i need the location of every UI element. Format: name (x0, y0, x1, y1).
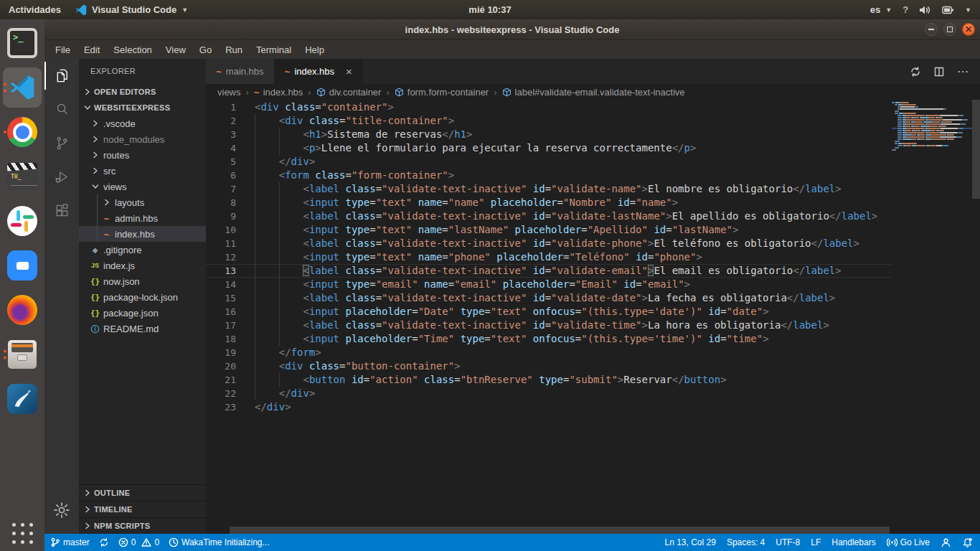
menu-selection[interactable]: Selection (107, 42, 158, 57)
open-editors-header[interactable]: OPEN EDITORS (79, 84, 206, 100)
code-line-2[interactable]: 2 <div class="title-container"> (206, 114, 892, 128)
dock-zoom-icon[interactable] (3, 245, 42, 286)
code-line-15[interactable]: 15 <label class="validate-text-inactive"… (206, 291, 892, 305)
menu-edit[interactable]: Edit (77, 42, 106, 57)
encoding-indicator[interactable]: UTF-8 (776, 537, 800, 547)
open-changes-icon[interactable] (910, 66, 921, 77)
code-line-9[interactable]: 9 <label class="validate-text-inactive" … (206, 209, 892, 223)
activities-button[interactable]: Actividades (9, 4, 61, 15)
dock-video-editor-icon[interactable]: TH_ (3, 156, 42, 197)
tree-item-admin-hbs[interactable]: ~admin.hbs (79, 210, 206, 226)
keyboard-layout-indicator[interactable]: es ▼ (870, 4, 892, 15)
menu-run[interactable]: Run (219, 42, 249, 57)
code-line-11[interactable]: 11 <label class="validate-text-inactive"… (206, 237, 892, 250)
activitybar-search[interactable] (44, 93, 79, 126)
activitybar-run-debug[interactable] (44, 160, 79, 194)
split-editor-icon[interactable] (933, 66, 945, 77)
tab-main-hbs[interactable]: ~main.hbs (206, 59, 275, 84)
section-npm-scripts[interactable]: NPM SCRIPTS (79, 517, 206, 534)
app-menu[interactable]: Visual Studio Code ▼ (75, 4, 188, 16)
code-line-17[interactable]: 17 <label class="validate-text-inactive"… (206, 319, 892, 332)
language-mode[interactable]: Handlebars (831, 537, 875, 547)
menu-view[interactable]: View (159, 42, 192, 57)
code-line-3[interactable]: 3 <h1>Sistema de reservas</h1> (206, 128, 892, 141)
window-titlebar[interactable]: index.hbs - websiteexpress - Visual Stud… (44, 19, 980, 40)
eol-indicator[interactable]: LF (811, 537, 821, 547)
breadcrumb-item[interactable]: div.container (316, 87, 382, 98)
clock[interactable]: mié 10:37 (468, 4, 511, 15)
manage-gear-button[interactable] (44, 493, 79, 527)
dock-slack-icon[interactable] (3, 201, 42, 241)
volume-icon[interactable] (919, 5, 931, 15)
breadcrumb-item[interactable]: views (217, 87, 241, 98)
sync-changes-button[interactable] (99, 537, 109, 547)
tree-item-package-lock-json[interactable]: {}package-lock.json (79, 289, 206, 305)
code-line-13[interactable]: 13 <label class="validate-text-inactive"… (206, 264, 892, 278)
code-line-7[interactable]: 7 <label class="validate-text-inactive" … (206, 182, 892, 196)
indentation-indicator[interactable]: Spaces: 4 (727, 537, 765, 547)
tree-item-index-js[interactable]: JSindex.js (79, 258, 206, 273)
code-line-6[interactable]: 6 <form class="form-container"> (206, 169, 892, 182)
code-line-14[interactable]: 14 <input type="email" name="email" plac… (206, 278, 892, 291)
code-line-23[interactable]: 23</div> (206, 400, 892, 414)
menu-terminal[interactable]: Terminal (250, 42, 298, 57)
tree-item-views[interactable]: views (79, 179, 206, 194)
code-line-18[interactable]: 18 <input placeholder="Time" type="text"… (206, 332, 892, 346)
close-tab-icon[interactable]: × (346, 66, 352, 77)
breadcrumb-item[interactable]: ~index.hbs (254, 87, 303, 98)
breadcrumb-item[interactable]: form.form-container (395, 87, 489, 98)
code-editor[interactable]: 1<div class="container">2 <div class="ti… (206, 100, 980, 534)
battery-icon[interactable] (942, 5, 954, 15)
cursor-position[interactable]: Ln 13, Col 29 (664, 537, 715, 547)
wakatime-status[interactable]: WakaTime Initializing... (169, 537, 269, 547)
vertical-scrollbar[interactable] (972, 100, 980, 199)
go-live-button[interactable]: Go Live (887, 537, 930, 547)
section-outline[interactable]: OUTLINE (79, 484, 206, 501)
dock-firefox-icon[interactable] (3, 290, 42, 330)
code-line-16[interactable]: 16 <input placeholder="Date" type="text"… (206, 305, 892, 319)
more-actions-icon[interactable]: ⋯ (957, 65, 969, 78)
workspace-header[interactable]: WEBSITEEXPRESS (79, 100, 206, 116)
code-line-12[interactable]: 12 <input type="text" name="phone" place… (206, 250, 892, 264)
dock-file-manager-icon[interactable] (3, 334, 42, 375)
menu-help[interactable]: Help (298, 42, 331, 57)
tree-item-package-json[interactable]: {}package.json (79, 305, 206, 321)
code-line-8[interactable]: 8 <input type="text" name="name" placeho… (206, 196, 892, 209)
code-line-1[interactable]: 1<div class="container"> (206, 100, 892, 114)
activitybar-source-control[interactable] (44, 126, 79, 160)
show-applications-button[interactable] (12, 523, 33, 544)
tree-item-node-modules[interactable]: node_modules (79, 131, 206, 147)
tree-item-readme-md[interactable]: README.md (79, 321, 206, 336)
code-line-10[interactable]: 10 <input type="text" name="lastName" pl… (206, 223, 892, 237)
code-line-4[interactable]: 4 <p>Llene el formulario para ejecutar l… (206, 141, 892, 155)
feedback-button[interactable] (941, 537, 951, 547)
notifications-bell[interactable] (962, 537, 973, 548)
code-line-20[interactable]: 20 <div class="button-container"> (206, 359, 892, 373)
code-line-5[interactable]: 5 </div> (206, 155, 892, 169)
activitybar-extensions[interactable] (44, 194, 79, 227)
git-branch-indicator[interactable]: master (50, 537, 90, 547)
activitybar-explorer[interactable] (44, 59, 79, 93)
code-line-22[interactable]: 22 </div> (206, 387, 892, 400)
code-line-21[interactable]: 21 <button id="action" class="btnReserve… (206, 373, 892, 387)
tree-item-layouts[interactable]: layouts (79, 194, 206, 210)
menu-go[interactable]: Go (193, 42, 218, 57)
menu-file[interactable]: File (49, 42, 77, 57)
horizontal-scrollbar[interactable] (230, 527, 890, 534)
dock-chrome-icon[interactable] (3, 112, 42, 152)
minimap[interactable] (892, 102, 972, 534)
dock-terminal-icon[interactable]: >_ (3, 23, 42, 63)
maximize-button[interactable] (943, 23, 956, 36)
tree-item--gitignore[interactable]: ◆.gitignore (79, 242, 206, 258)
tree-item-src[interactable]: src (79, 163, 206, 179)
tree-item-routes[interactable]: routes (79, 147, 206, 163)
chevron-down-icon[interactable]: ▼ (965, 6, 971, 14)
tree-item-now-json[interactable]: {}now.json (79, 273, 206, 289)
problems-indicator[interactable]: 0 0 (118, 537, 159, 547)
tab-index-hbs[interactable]: ~index.hbs× (275, 59, 363, 84)
dock-mysql-workbench-icon[interactable] (3, 379, 42, 419)
tree-item-index-hbs[interactable]: ~index.hbs (79, 226, 206, 242)
section-timeline[interactable]: TIMELINE (79, 501, 206, 517)
minimize-button[interactable] (925, 23, 938, 36)
close-button[interactable]: ✕ (962, 23, 975, 36)
